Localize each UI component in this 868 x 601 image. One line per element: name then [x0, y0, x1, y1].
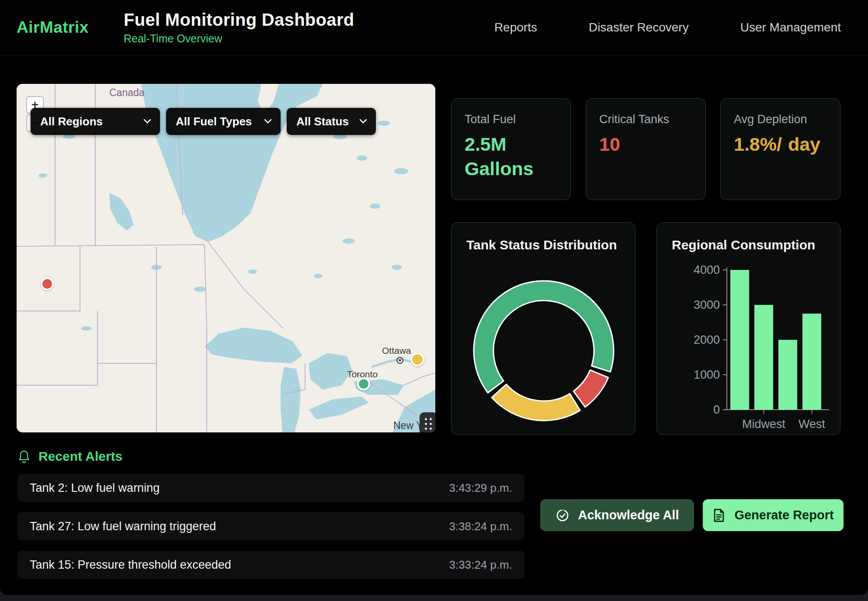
- title-block: Fuel Monitoring Dashboard Real-Time Over…: [124, 10, 354, 45]
- map-label-canada: Canada: [109, 87, 145, 98]
- alert-time: 3:33:24 p.m.: [449, 558, 512, 572]
- fuel-map[interactable]: Canada Ottawa Toronto New York + − All R…: [17, 84, 435, 432]
- svg-text:Midwest: Midwest: [742, 418, 786, 431]
- chevron-down-icon: [143, 119, 151, 124]
- stat-value: 1.8%/ day: [734, 132, 830, 157]
- alert-row[interactable]: Tank 15: Pressure threshold exceeded 3:3…: [17, 551, 524, 579]
- page-subtitle: Real-Time Overview: [124, 32, 354, 45]
- status-filter-select[interactable]: All Status: [287, 108, 376, 135]
- bar-Midwest: [754, 305, 773, 410]
- nav-reports[interactable]: Reports: [494, 21, 537, 35]
- generate-report-button[interactable]: Generate Report: [703, 499, 844, 531]
- tank-status-donut-chart[interactable]: [451, 252, 635, 435]
- nav-disaster-recovery[interactable]: Disaster Recovery: [589, 21, 689, 35]
- alert-text: Tank 2: Low fuel warning: [30, 481, 160, 495]
- stat-value: 2.5M Gallons: [465, 132, 560, 181]
- svg-text:3000: 3000: [694, 298, 720, 311]
- bar-West: [802, 314, 821, 410]
- status-filter-value: All Status: [296, 115, 349, 128]
- donut-segment-critical: [573, 370, 608, 407]
- map-canvas: Canada Ottawa Toronto New York: [17, 84, 435, 432]
- document-icon: [712, 508, 726, 522]
- main-nav: Reports Disaster Recovery User Managemen…: [494, 21, 841, 35]
- alert-row[interactable]: Tank 27: Low fuel warning triggered 3:38…: [17, 512, 524, 540]
- svg-text:4000: 4000: [694, 263, 720, 276]
- map-filters: All Regions All Fuel Types All Status: [31, 108, 376, 135]
- tank-marker-warning[interactable]: [410, 352, 424, 366]
- drag-dots-icon: [425, 418, 432, 430]
- bar-chart-title: Regional Consumption: [672, 238, 840, 252]
- dashboard-root: AirMatrix Fuel Monitoring Dashboard Real…: [0, 0, 868, 595]
- region-filter-value: All Regions: [40, 115, 103, 128]
- tank-marker-normal[interactable]: [357, 377, 370, 390]
- map-label-ottawa: Ottawa: [382, 345, 411, 356]
- tank-status-card: Tank Status Distribution: [451, 222, 635, 435]
- svg-text:0: 0: [713, 403, 720, 416]
- alert-text: Tank 15: Pressure threshold exceeded: [30, 558, 231, 572]
- stat-label: Avg Depletion: [734, 113, 840, 126]
- nav-user-management[interactable]: User Management: [740, 21, 841, 35]
- acknowledge-all-button[interactable]: Acknowledge All: [540, 499, 694, 531]
- alert-row[interactable]: Tank 2: Low fuel warning 3:43:29 p.m.: [17, 474, 524, 502]
- stat-label: Total Fuel: [465, 113, 570, 126]
- page-title: Fuel Monitoring Dashboard: [124, 10, 354, 30]
- regional-consumption-card: Regional Consumption 01000200030004000Mi…: [656, 222, 840, 435]
- map-resize-handle[interactable]: [420, 412, 435, 432]
- acknowledge-all-label: Acknowledge All: [578, 508, 679, 522]
- stat-card-total-fuel: Total Fuel 2.5M Gallons: [451, 98, 571, 200]
- bar-region-3: [778, 340, 797, 410]
- stat-value: 10: [599, 132, 695, 157]
- alert-time: 3:43:29 p.m.: [449, 481, 512, 495]
- fuel-type-filter-select[interactable]: All Fuel Types: [166, 108, 281, 135]
- stat-card-critical-tanks: Critical Tanks 10: [586, 98, 706, 200]
- alerts-title: Recent Alerts: [38, 449, 122, 464]
- svg-text:1000: 1000: [694, 368, 720, 381]
- donut-chart-title: Tank Status Distribution: [466, 238, 635, 252]
- alerts-header: Recent Alerts: [17, 449, 122, 464]
- check-circle-icon: [556, 508, 569, 522]
- stat-card-avg-depletion: Avg Depletion 1.8%/ day: [720, 98, 840, 200]
- generate-report-label: Generate Report: [734, 508, 833, 522]
- svg-text:West: West: [799, 418, 826, 431]
- region-filter-select[interactable]: All Regions: [31, 108, 160, 135]
- alert-time: 3:38:24 p.m.: [449, 520, 512, 533]
- regional-consumption-bar-chart[interactable]: 01000200030004000MidwestWest: [657, 252, 840, 435]
- alert-text: Tank 27: Low fuel warning triggered: [30, 520, 216, 533]
- svg-text:2000: 2000: [694, 333, 720, 346]
- stat-label: Critical Tanks: [599, 113, 705, 126]
- chevron-down-icon: [264, 119, 272, 124]
- chevron-down-icon: [359, 119, 367, 124]
- tank-marker-critical[interactable]: [41, 277, 54, 290]
- fuel-filter-value: All Fuel Types: [176, 115, 252, 128]
- bar-region-1: [730, 270, 749, 410]
- bell-icon: [17, 449, 31, 463]
- app-header: AirMatrix Fuel Monitoring Dashboard Real…: [0, 0, 868, 55]
- brand-logo: AirMatrix: [17, 18, 111, 37]
- donut-segment-warning: [492, 384, 580, 421]
